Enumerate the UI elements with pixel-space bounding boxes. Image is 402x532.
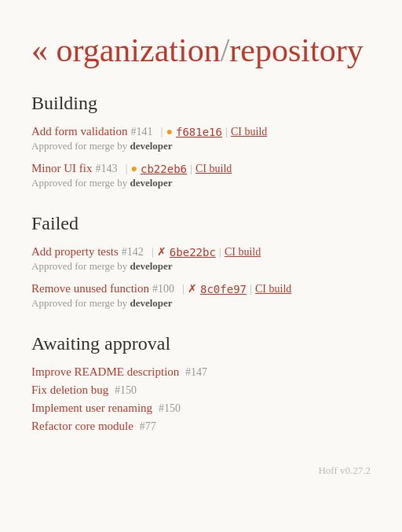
pr-meta: Approved for merge by developer: [31, 260, 371, 273]
awaiting-title: Awaiting approval: [31, 333, 371, 354]
repo-name: repository: [229, 32, 363, 68]
pr-line: Add form validation #141 | ● f681e16 | C…: [31, 125, 371, 138]
separator: |: [126, 162, 128, 175]
pr-commit-link[interactable]: cb22eb6: [141, 163, 187, 175]
pr-line: Add property tests #142 | ✗ 6be22bc | CI…: [31, 245, 371, 259]
awaiting-item: Refactor core module #77: [31, 420, 371, 433]
version-label: Hoff v0.27.2: [31, 464, 371, 477]
pr-item: Add property tests #142 | ✗ 6be22bc | CI…: [31, 245, 371, 273]
page-header: « organization/repository: [31, 16, 371, 93]
pr-number: #147: [185, 366, 207, 378]
back-prefix: «: [31, 32, 57, 68]
awaiting-item: Improve README description #147: [31, 365, 371, 379]
failed-title: Failed: [31, 213, 371, 234]
building-section: Building Add form validation #141 | ● f6…: [31, 93, 371, 189]
pr-meta: Approved for merge by developer: [31, 297, 371, 310]
pr-title-link[interactable]: Improve README description: [31, 365, 179, 378]
pr-meta: Approved for merge by developer: [31, 140, 371, 152]
separator: |: [225, 125, 228, 138]
pr-title-link[interactable]: Minor UI fix: [31, 162, 93, 175]
separator: |: [160, 125, 163, 138]
approved-label: Approved for merge by: [31, 260, 127, 272]
pr-title-link[interactable]: Remove unused function: [31, 282, 149, 295]
building-icon: ●: [131, 163, 137, 175]
separator: |: [152, 245, 154, 259]
developer-name: developer: [130, 260, 172, 272]
pr-meta: Approved for merge by developer: [31, 177, 371, 189]
developer-name: developer: [130, 177, 172, 189]
pr-title-link[interactable]: Fix deletion bug: [31, 383, 108, 396]
ci-link[interactable]: CI build: [196, 163, 232, 175]
pr-number: #77: [140, 420, 156, 432]
developer-name: developer: [130, 140, 172, 152]
pr-item: Minor UI fix #143 | ● cb22eb6 | CI build…: [31, 162, 371, 189]
separator: |: [250, 282, 252, 295]
failed-section: Failed Add property tests #142 | ✗ 6be22…: [31, 213, 371, 310]
pr-title-link[interactable]: Implement user renaming: [31, 402, 152, 414]
approved-label: Approved for merge by: [31, 297, 127, 309]
failed-icon: ✗: [157, 245, 166, 259]
approved-label: Approved for merge by: [31, 140, 127, 152]
pr-commit-link[interactable]: 8c0fe97: [200, 283, 247, 295]
pr-item: Add form validation #141 | ● f681e16 | C…: [31, 125, 371, 152]
building-icon: ●: [166, 126, 173, 138]
failed-icon: ✗: [188, 282, 197, 295]
building-title: Building: [31, 93, 371, 114]
pr-item: Remove unused function #100 | ✗ 8c0fe97 …: [31, 282, 371, 310]
pr-number: #143: [96, 163, 118, 175]
pr-title-link[interactable]: Refactor core module: [31, 420, 133, 432]
ci-link[interactable]: CI build: [225, 246, 261, 259]
pr-number: #150: [115, 384, 137, 396]
ci-link[interactable]: CI build: [255, 283, 291, 295]
pr-number: #150: [159, 402, 181, 414]
ci-link[interactable]: CI build: [231, 126, 267, 138]
separator: |: [182, 282, 185, 295]
org-name: organization: [57, 32, 221, 68]
org-repo-link[interactable]: « organization/repository: [31, 32, 364, 68]
separator: |: [219, 245, 221, 259]
pr-title-link[interactable]: Add form validation: [31, 125, 127, 138]
pr-line: Remove unused function #100 | ✗ 8c0fe97 …: [31, 282, 371, 295]
pr-commit-link[interactable]: f681e16: [176, 126, 222, 138]
pr-number: #100: [152, 283, 174, 295]
approved-label: Approved for merge by: [31, 177, 127, 189]
slash-separator: /: [221, 32, 230, 68]
awaiting-item: Implement user renaming #150: [31, 402, 371, 415]
pr-line: Minor UI fix #143 | ● cb22eb6 | CI build: [31, 162, 371, 175]
pr-commit-link[interactable]: 6be22bc: [170, 246, 216, 259]
separator: |: [190, 162, 192, 175]
pr-title-link[interactable]: Add property tests: [31, 245, 119, 259]
awaiting-section: Awaiting approval Improve README descrip…: [31, 333, 371, 433]
pr-number: #142: [122, 246, 144, 259]
developer-name: developer: [130, 297, 172, 309]
awaiting-item: Fix deletion bug #150: [31, 383, 371, 397]
pr-number: #141: [130, 126, 152, 138]
